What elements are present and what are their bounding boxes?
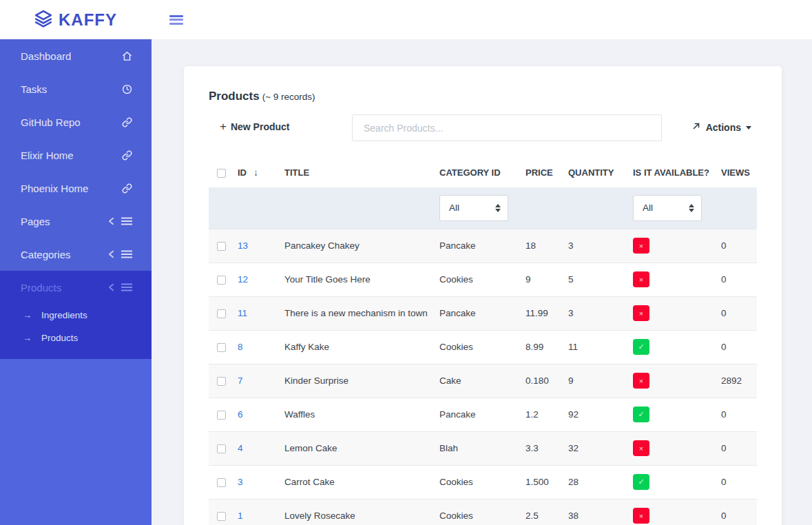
sidebar-item-categories[interactable]: Categories — [0, 238, 152, 271]
row-price: 0.180 — [525, 364, 568, 398]
brand-name: KAFFY — [59, 10, 117, 30]
sidebar-item-tasks[interactable]: Tasks — [0, 72, 152, 105]
products-table: ID↓ TITLE CATEGORY ID PRICE QUANTITY IS … — [209, 158, 757, 525]
list-icon — [121, 283, 132, 291]
column-header-category[interactable]: CATEGORY ID — [439, 158, 525, 187]
table-row: 12 Your Title Goes Here Cookies 9 5 × 0 — [209, 262, 757, 296]
home-icon — [122, 51, 132, 61]
row-id-link[interactable]: 6 — [238, 409, 243, 420]
sidebar-item-github-repo[interactable]: GitHub Repo — [0, 105, 152, 138]
row-price: 1.500 — [525, 465, 568, 499]
row-checkbox[interactable] — [217, 242, 226, 251]
column-header-quantity[interactable]: QUANTITY — [568, 158, 633, 187]
list-icon — [121, 250, 132, 258]
column-header-id[interactable]: ID↓ — [238, 158, 284, 187]
row-checkbox[interactable] — [217, 512, 226, 521]
column-header-price[interactable]: PRICE — [525, 158, 568, 187]
row-id-link[interactable]: 13 — [238, 240, 248, 251]
row-checkbox[interactable] — [217, 276, 226, 285]
row-checkbox[interactable] — [217, 444, 226, 453]
top-bar: KAFFY — [0, 0, 812, 39]
availability-badge: × — [633, 440, 649, 456]
row-views: 0 — [721, 262, 757, 296]
row-price: 8.99 — [525, 330, 568, 364]
row-checkbox[interactable] — [217, 411, 226, 420]
clock-icon — [122, 84, 132, 94]
column-header-available[interactable]: IS IT AVAILABLE? — [633, 158, 721, 187]
availability-badge: ✓ — [633, 339, 649, 355]
row-id-link[interactable]: 8 — [238, 342, 243, 352]
row-category: Blah — [439, 431, 525, 465]
records-count: (~ 9 records) — [262, 92, 315, 102]
row-id-link[interactable]: 7 — [238, 375, 243, 386]
page-title: Products — [209, 90, 260, 103]
row-views: 0 — [721, 431, 757, 465]
select-spinner-icon — [495, 204, 501, 212]
sidebar-toggle-icon[interactable] — [169, 15, 183, 25]
row-quantity: 28 — [568, 465, 633, 499]
column-header-title[interactable]: TITLE — [284, 158, 439, 187]
row-views: 0 — [721, 499, 757, 525]
row-checkbox[interactable] — [217, 309, 226, 318]
table-row: 11 There is a new mechanism in town Panc… — [209, 296, 757, 330]
table-row: 1 Lovely Rosecake Cookies 2.5 38 × 0 — [209, 499, 757, 525]
row-checkbox[interactable] — [217, 377, 226, 386]
availability-badge: × — [633, 305, 649, 321]
availability-badge: ✓ — [633, 474, 649, 490]
row-quantity: 32 — [568, 431, 633, 465]
row-category: Cake — [439, 364, 525, 398]
sidebar-subitem-products[interactable]: → Products — [0, 327, 152, 349]
arrow-right-icon: → — [23, 333, 32, 343]
row-price: 2.5 — [525, 499, 568, 525]
row-views: 0 — [721, 330, 757, 364]
row-price: 11.99 — [525, 296, 568, 330]
row-id-link[interactable]: 4 — [238, 443, 243, 453]
actions-dropdown-button[interactable]: Actions — [691, 121, 751, 133]
brand-logo[interactable]: KAFFY — [0, 10, 152, 30]
table-row: 7 Kinder Surprise Cake 0.180 9 × 2892 — [209, 364, 757, 398]
row-checkbox[interactable] — [217, 343, 226, 352]
row-quantity: 3 — [568, 229, 633, 262]
sidebar-item-dashboard[interactable]: Dashboard — [0, 39, 152, 72]
row-title: Kaffy Kake — [284, 330, 439, 364]
column-header-views[interactable]: VIEWS — [721, 158, 757, 187]
row-quantity: 11 — [568, 330, 633, 364]
row-id-link[interactable]: 11 — [238, 308, 247, 318]
row-id-link[interactable]: 3 — [238, 477, 243, 487]
products-card: Products(~ 9 records) + New Product Acti… — [184, 66, 782, 525]
sidebar-item-elixir-home[interactable]: Elixir Home — [0, 138, 152, 172]
link-icon — [122, 117, 132, 127]
row-title: Pancakey Chakey — [284, 229, 439, 262]
sidebar-item-pages[interactable]: Pages — [0, 205, 152, 238]
row-category: Pancake — [439, 229, 525, 262]
list-icon — [121, 217, 132, 225]
search-input[interactable] — [352, 114, 662, 141]
select-all-checkbox[interactable] — [217, 169, 226, 178]
row-views: 0 — [721, 398, 757, 431]
row-quantity: 92 — [568, 398, 633, 431]
availability-badge: ✓ — [633, 406, 649, 422]
row-id-link[interactable]: 1 — [238, 511, 243, 521]
table-row: 13 Pancakey Chakey Pancake 18 3 × 0 — [209, 229, 757, 262]
row-price: 1.2 — [525, 398, 568, 431]
row-checkbox[interactable] — [217, 478, 226, 487]
sidebar-subitem-ingredients[interactable]: → Ingredients — [0, 304, 152, 327]
row-category: Pancake — [439, 398, 525, 431]
row-title: Carrot Cake — [284, 465, 439, 499]
row-quantity: 9 — [568, 364, 633, 398]
row-views: 0 — [721, 229, 757, 262]
sidebar-item-products[interactable]: Products — [0, 271, 152, 304]
table-row: 8 Kaffy Kake Cookies 8.99 11 ✓ 0 — [209, 330, 757, 364]
row-views: 0 — [721, 296, 757, 330]
category-filter-select[interactable]: All — [439, 195, 508, 221]
row-category: Cookies — [439, 465, 525, 499]
row-views: 0 — [721, 465, 757, 499]
new-product-button[interactable]: + New Product — [220, 121, 290, 132]
row-id-link[interactable]: 12 — [238, 274, 248, 285]
sidebar-item-phoenix-home[interactable]: Phoenix Home — [0, 172, 152, 205]
table-row: 6 Waffles Pancake 1.2 92 ✓ 0 — [209, 398, 757, 431]
link-icon — [122, 183, 132, 194]
row-category: Pancake — [439, 296, 525, 330]
available-filter-select[interactable]: All — [633, 195, 702, 221]
table-row: 3 Carrot Cake Cookies 1.500 28 ✓ 0 — [209, 465, 757, 499]
